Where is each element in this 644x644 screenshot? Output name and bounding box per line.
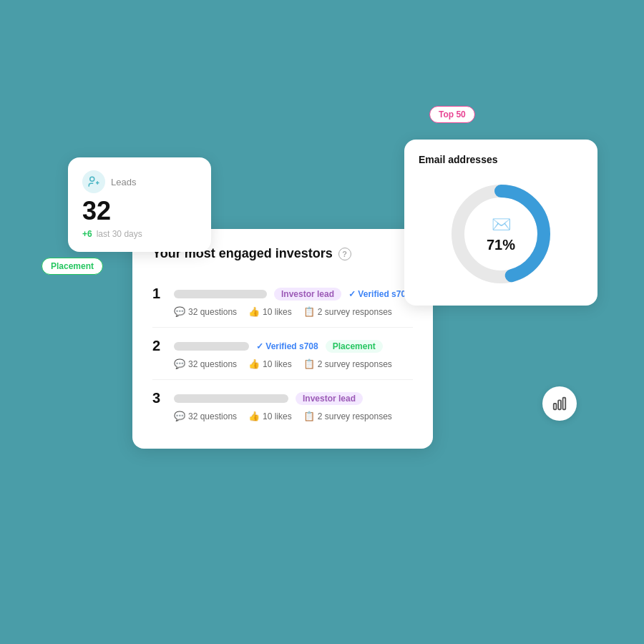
leads-number: 32: [82, 196, 197, 226]
rank-1: 1: [152, 286, 167, 302]
rank-3: 3: [152, 390, 167, 406]
email-card-title: Email addresses: [419, 154, 583, 165]
donut-center: ✉️ 71%: [487, 215, 515, 253]
table-row[interactable]: 2 ✓ Verified s708 Placement 💬 32 questio…: [152, 328, 413, 380]
name-bar-1: [174, 290, 267, 298]
name-bar-3: [174, 394, 288, 403]
donut-percent: 71%: [487, 237, 515, 253]
survey-icon: 📋: [303, 306, 315, 317]
rank-2: 2: [152, 338, 167, 354]
like-icon: 👍: [248, 358, 260, 369]
stat-questions-2: 💬 32 questions: [174, 358, 237, 369]
svg-rect-7: [563, 398, 566, 410]
leads-period: last 30 days: [97, 229, 142, 239]
top50-badge: Top 50: [429, 106, 475, 123]
investor-lead-tag-1: Investor lead: [274, 288, 341, 301]
envelope-icon: ✉️: [492, 215, 511, 234]
leads-delta: +6: [82, 229, 92, 239]
name-bar-2: [174, 342, 249, 351]
placement-badge: Placement: [42, 258, 103, 275]
verified-tag-2: ✓ Verified s708: [256, 341, 318, 351]
investor-lead-tag-3: Investor lead: [296, 392, 363, 405]
stat-surveys-2: 📋 2 survey responses: [303, 358, 392, 369]
donut-chart: ✉️ 71%: [444, 177, 558, 291]
placement-tag-2: Placement: [326, 340, 383, 353]
stat-likes-2: 👍 10 likes: [248, 358, 292, 369]
stat-surveys-3: 📋 2 survey responses: [303, 411, 392, 421]
like-icon: 👍: [248, 411, 260, 421]
leads-avatar-icon: [82, 170, 105, 193]
table-row[interactable]: 1 Investor lead ✓ Verified s708 💬 32 que…: [152, 275, 413, 328]
leads-label: Leads: [111, 177, 136, 187]
svg-point-0: [90, 177, 94, 181]
survey-icon: 📋: [303, 358, 315, 369]
analytics-icon[interactable]: [542, 386, 577, 421]
verified-tag-1: ✓ Verified s708: [348, 289, 411, 299]
help-icon[interactable]: ?: [338, 248, 351, 260]
leads-card: Leads 32 +6 last 30 days: [68, 157, 211, 252]
investors-card: Your most engaged investors ? 1 Investor…: [132, 229, 433, 449]
svg-rect-5: [554, 404, 557, 409]
chat-icon: 💬: [174, 358, 185, 369]
chat-icon: 💬: [174, 306, 185, 317]
chat-icon: 💬: [174, 411, 185, 421]
stat-questions-1: 💬 32 questions: [174, 306, 237, 317]
survey-icon: 📋: [303, 411, 315, 421]
svg-rect-6: [558, 400, 561, 409]
stat-likes-1: 👍 10 likes: [248, 306, 292, 317]
stat-surveys-1: 📋 2 survey responses: [303, 306, 392, 317]
table-row[interactable]: 3 Investor lead 💬 32 questions 👍 10 like…: [152, 380, 413, 431]
email-card: Email addresses ✉️ 71%: [404, 140, 597, 306]
stat-likes-3: 👍 10 likes: [248, 411, 292, 421]
stat-questions-3: 💬 32 questions: [174, 411, 237, 421]
like-icon: 👍: [248, 306, 260, 317]
